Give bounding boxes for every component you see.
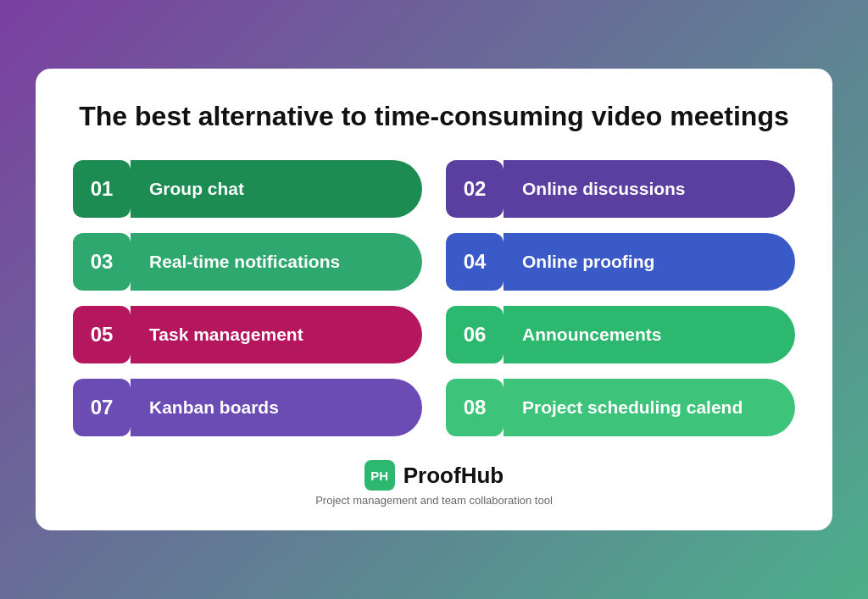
- num-badge-05: 05: [73, 306, 131, 363]
- label-pill-01: Group chat: [131, 160, 422, 218]
- num-badge-08: 08: [446, 379, 504, 436]
- footer: PH ProofHub Project management and team …: [73, 460, 795, 507]
- feature-item-07: 07 Kanban boards: [73, 379, 422, 436]
- label-pill-04: Online proofing: [504, 233, 795, 291]
- feature-item-04: 04 Online proofing: [446, 233, 795, 291]
- label-pill-03: Real-time notifications: [131, 233, 422, 291]
- brand-row: PH ProofHub: [364, 460, 504, 491]
- num-badge-04: 04: [446, 233, 504, 291]
- main-card: The best alternative to time-consuming v…: [36, 69, 832, 530]
- feature-item-01: 01 Group chat: [73, 160, 422, 218]
- num-badge-07: 07: [73, 379, 131, 436]
- label-pill-02: Online discussions: [504, 160, 795, 218]
- ph-logo: PH: [364, 460, 395, 491]
- feature-item-03: 03 Real-time notifications: [73, 233, 422, 291]
- label-pill-08: Project scheduling calend: [504, 379, 795, 436]
- label-pill-06: Announcements: [504, 306, 795, 363]
- num-badge-02: 02: [446, 160, 504, 218]
- feature-item-05: 05 Task management: [73, 306, 422, 363]
- num-badge-01: 01: [73, 160, 131, 218]
- feature-item-08: 08 Project scheduling calend: [446, 379, 795, 436]
- label-pill-05: Task management: [131, 306, 422, 363]
- num-badge-06: 06: [446, 306, 504, 363]
- footer-tagline: Project management and team collaboratio…: [315, 494, 553, 507]
- num-badge-03: 03: [73, 233, 131, 291]
- feature-item-06: 06 Announcements: [446, 306, 795, 363]
- label-pill-07: Kanban boards: [131, 379, 422, 436]
- feature-item-02: 02 Online discussions: [446, 160, 795, 218]
- brand-name: ProofHub: [403, 463, 504, 489]
- features-grid: 01 Group chat 02 Online discussions 03 R…: [73, 160, 795, 436]
- page-title: The best alternative to time-consuming v…: [73, 99, 795, 133]
